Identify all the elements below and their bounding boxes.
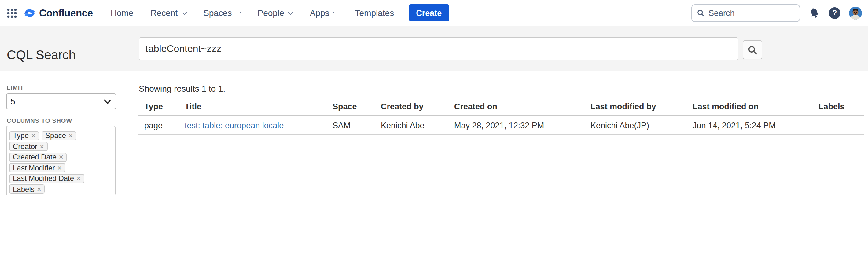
results-section: LIMIT 5 COLUMNS TO SHOW Type×Space×Creat… [0,71,868,259]
cell-created-on: May 28, 2021, 12:32 PM [448,116,584,135]
confluence-logo[interactable]: Confluence [23,7,93,19]
chip-label: Type [13,131,29,140]
nav-item-label: People [258,8,284,18]
remove-chip-icon[interactable]: × [57,164,61,172]
cell-type: page [138,116,179,135]
confluence-app: Confluence HomeRecentSpacesPeopleAppsTem… [0,0,868,259]
chip-label: Space [45,131,66,140]
chip-row: Labels× [9,183,113,192]
chip-row: Created Date× [9,151,113,160]
global-search-input[interactable] [709,8,795,18]
chevron-down-icon [181,9,187,15]
primary-nav-links: HomeRecentSpacesPeopleAppsTemplates [111,8,411,18]
limit-select-wrap: 5 [6,93,116,109]
column-header-last-modified-on: Last modified on [686,98,812,116]
cell-labels [812,116,864,135]
question-mark-icon: ? [829,7,840,19]
cell-last-modified-by: Kenichi Abe(JP) [584,116,686,135]
result-title-link[interactable]: test: table: european locale [185,121,284,130]
search-icon [748,45,757,55]
cql-query-input[interactable] [139,37,738,61]
column-header-title: Title [179,98,327,116]
chip-row: Creator× [9,140,113,149]
nav-item-spaces[interactable]: Spaces [203,8,240,18]
chip-row: Type×Space× [9,129,113,139]
remove-chip-icon[interactable]: × [59,153,63,161]
confluence-logo-icon [23,7,36,19]
column-header-created-by: Created by [375,98,448,116]
column-header-space: Space [327,98,375,116]
column-header-created-on: Created on [448,98,584,116]
nav-item-label: Home [111,8,133,18]
cell-space: SAM [327,116,375,135]
chevron-down-icon [235,9,242,15]
profile-button[interactable] [849,6,862,19]
results-summary: Showing results 1 to 1. [139,84,225,93]
chip-label: Last Modified Date [13,174,74,183]
cell-title: test: table: european locale [179,116,327,135]
app-switcher-icon[interactable] [7,8,17,18]
cql-search-button[interactable] [743,40,762,59]
nav-item-home[interactable]: Home [111,8,133,18]
chip-label: Last Modifier [13,164,55,172]
nav-item-label: Spaces [203,8,232,18]
column-chip-labels: Labels× [9,185,45,194]
column-chip-created-date: Created Date× [9,153,67,162]
remove-chip-icon[interactable]: × [40,142,44,150]
results-table: TypeTitleSpaceCreated byCreated onLast m… [138,98,864,135]
help-button[interactable]: ? [829,7,840,19]
avatar [849,6,862,19]
remove-chip-icon[interactable]: × [76,175,81,182]
create-button[interactable]: Create [409,4,449,21]
chip-label: Creator [13,142,37,151]
search-icon [697,9,705,17]
cell-last-modified-on: Jun 14, 2021, 5:24 PM [686,116,812,135]
column-chip-last-modified-date: Last Modified Date× [9,174,84,183]
cell-created-by: Kenichi Abe [375,116,448,135]
nav-item-label: Recent [150,8,178,18]
chip-row: Last Modifier× [9,162,113,171]
nav-item-label: Apps [310,8,330,18]
global-search-box[interactable] [691,4,800,22]
remove-chip-icon[interactable]: × [31,132,35,139]
chip-label: Labels [13,185,34,194]
remove-chip-icon[interactable]: × [68,132,73,139]
confluence-wordmark: Confluence [39,7,93,19]
columns-to-show-label: COLUMNS TO SHOW [7,117,72,124]
column-header-labels: Labels [812,98,864,116]
table-header-row: TypeTitleSpaceCreated byCreated onLast m… [138,98,864,116]
nav-item-people[interactable]: People [258,8,293,18]
column-chip-last-modifier: Last Modifier× [9,163,65,172]
column-chip-creator: Creator× [9,142,48,151]
chip-row: Last Modified Date× [9,172,113,182]
notifications-button[interactable] [809,7,820,19]
column-header-type: Type [138,98,179,116]
table-row: pagetest: table: european localeSAMKenic… [138,116,864,135]
chip-label: Created Date [13,153,57,161]
column-header-last-modified-by: Last modified by [584,98,686,116]
page-title: CQL Search [7,47,76,62]
top-navigation-bar: Confluence HomeRecentSpacesPeopleAppsTem… [0,0,868,26]
bell-icon [809,7,820,19]
remove-chip-icon[interactable]: × [37,186,41,193]
nav-item-recent[interactable]: Recent [150,8,186,18]
limit-label: LIMIT [7,84,24,91]
nav-item-templates[interactable]: Templates [355,8,394,18]
nav-item-label: Templates [355,8,394,18]
chevron-down-icon [288,9,294,15]
columns-chip-container: Type×Space×Creator×Created Date×Last Mod… [6,126,116,195]
column-chip-type: Type× [9,131,39,140]
chevron-down-icon [333,9,339,15]
column-chip-space: Space× [41,131,76,140]
cql-search-header: CQL Search [0,26,868,71]
limit-select[interactable]: 5 [6,93,116,109]
nav-item-apps[interactable]: Apps [310,8,338,18]
